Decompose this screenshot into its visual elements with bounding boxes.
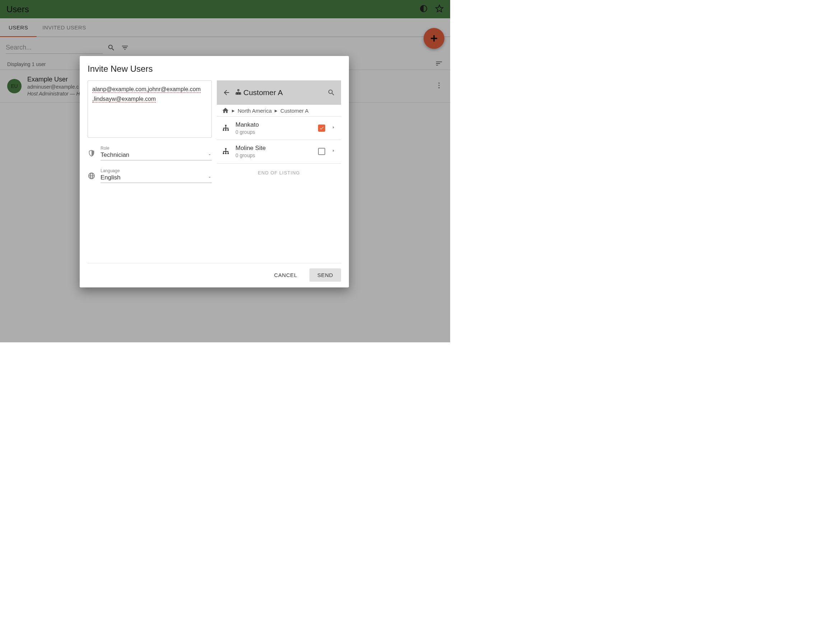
group-item[interactable]: Mankato 0 groups [217,117,341,140]
group-subtitle: 0 groups [236,152,312,159]
group-name: Moline Site [236,144,312,152]
svg-rect-10 [228,153,229,154]
chevron-right-icon[interactable] [331,148,336,155]
group-search-icon[interactable] [327,88,335,96]
role-value: Technician [101,152,129,159]
group-name: Mankato [236,121,312,129]
language-label: Language [101,168,212,173]
breadcrumb-level-1[interactable]: North America [238,107,272,114]
home-icon[interactable] [222,107,229,114]
org-icon [235,89,242,96]
svg-rect-7 [225,148,226,150]
svg-rect-9 [225,153,226,154]
caret-down-icon [207,152,212,158]
chevron-right-icon: ▶ [275,109,277,113]
email-addresses-input[interactable]: alanp@example.com,johnr@example.com ,lin… [88,81,212,138]
group-checkbox[interactable] [318,148,325,155]
svg-rect-8 [223,153,225,154]
modal-title: Invite New Users [88,64,341,74]
group-item[interactable]: Moline Site 0 groups [217,140,341,163]
role-select[interactable]: Role Technician [88,146,212,160]
group-picker-header: Customer A [217,81,341,105]
site-icon [222,147,230,155]
back-arrow-icon[interactable] [223,88,231,96]
invite-users-modal: Invite New Users alanp@example.com,johnr… [80,56,349,287]
group-checkbox[interactable] [318,125,325,132]
language-value: English [101,174,120,181]
globe-icon [88,172,95,180]
cancel-button[interactable]: CANCEL [269,268,302,282]
role-label: Role [101,146,212,151]
svg-rect-5 [225,129,226,131]
chevron-right-icon: ▶ [232,109,235,113]
breadcrumb[interactable]: ▶ North America ▶ Customer A [217,105,341,117]
caret-down-icon [207,174,212,181]
chevron-right-icon[interactable] [331,125,336,131]
svg-rect-3 [225,125,226,126]
send-button[interactable]: SEND [309,268,341,282]
breadcrumb-level-2[interactable]: Customer A [280,107,308,114]
current-group-name: Customer A [244,88,283,97]
svg-rect-6 [228,129,229,131]
email-text-line2: ,lindsayw@example.com [92,96,156,103]
modal-footer: CANCEL SEND [88,263,341,282]
shield-icon [88,149,95,157]
site-icon [222,124,230,132]
language-select[interactable]: Language English [88,168,212,183]
svg-rect-4 [223,129,225,131]
group-subtitle: 0 groups [236,129,312,135]
email-text-line1: alanp@example.com,johnr@example.com [92,86,201,93]
end-of-listing: END OF LISTING [217,164,341,182]
